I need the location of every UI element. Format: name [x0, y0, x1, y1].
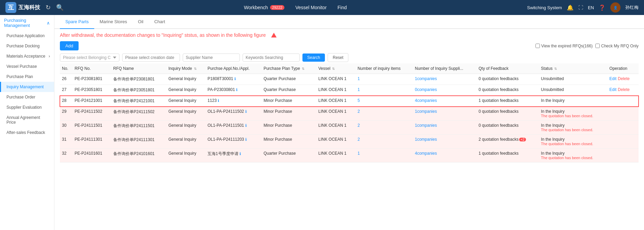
check-my-rfq-checkbox-label[interactable]: Check My RFQ Only [595, 44, 639, 48]
cell-inquiry-suppliers[interactable]: 4companies [413, 149, 477, 163]
sidebar-item-purchase-docking[interactable]: Purchase Docking [0, 41, 54, 51]
col-inquiry-mode[interactable]: Inquiry Mode ⇅ [166, 63, 205, 74]
cell-plan-type: Quarter Purchase [262, 85, 316, 96]
cell-inquiry-suppliers[interactable]: 1companies [413, 135, 477, 149]
check-my-rfq-checkbox[interactable] [595, 44, 600, 48]
cell-rfq-no: PE-P24111301 [72, 135, 111, 149]
cell-qty-feedback: 2 quotation feedbacks+2 [477, 135, 539, 149]
delete-link[interactable]: Delete [618, 76, 630, 81]
cell-no: 29 [60, 107, 72, 121]
cell-appl-no: OL1-PA-P24111203 ℹ [205, 135, 262, 149]
sidebar-section-purchasing[interactable]: Purchasing Management ∧ [0, 15, 54, 31]
cell-inquiry-suppliers[interactable]: 4companies [413, 96, 477, 107]
keywords-filter[interactable] [243, 53, 300, 62]
belonging-filter[interactable]: Please select Belonging C [60, 53, 119, 62]
supplier-filter[interactable] [183, 53, 240, 62]
tab-oil[interactable]: Oil [133, 15, 149, 29]
status-sort-icon: ⇅ [554, 67, 557, 71]
workbench-label: Workbench [244, 5, 268, 10]
workbench-nav-item[interactable]: Workbench 29222 [244, 5, 284, 10]
sidebar-item-purchase-plan[interactable]: Purchase Plan [0, 72, 54, 82]
edit-link[interactable]: Edit [609, 87, 616, 92]
cell-inquiry-mode: General Inquiry [166, 121, 205, 135]
tab-spare-parts[interactable]: Spare Parts [60, 15, 94, 29]
cell-inquiry-items: 2 [356, 121, 413, 135]
sidebar-item-purchase-application[interactable]: Purchase Application [0, 31, 54, 41]
cell-rfq-name: 备件询价单P23051801 [111, 85, 166, 96]
table-row: 31PE-P24111301备件询价单P24111301General Inqu… [60, 135, 639, 149]
sidebar-item-materials-acceptance[interactable]: Materials Acceptance › [0, 51, 54, 61]
info-icon[interactable]: ℹ [240, 152, 241, 156]
sidebar-item-supplier-evaluation[interactable]: Supplier Evaluation [0, 102, 54, 112]
cell-inquiry-suppliers[interactable]: 1companies [413, 74, 477, 85]
view-expired-checkbox-label[interactable]: View the expired RFQs(166) [535, 44, 593, 48]
cell-inquiry-mode: General Inquiry [166, 85, 205, 96]
col-vessel[interactable]: Vessel ⇅ [316, 63, 356, 74]
cell-inquiry-suppliers[interactable]: 1companies [413, 121, 477, 135]
cell-inquiry-suppliers[interactable]: 1companies [413, 107, 477, 121]
tab-chart[interactable]: Chart [149, 15, 170, 29]
cell-rfq-name: 备件询价单P24111501 [111, 121, 166, 135]
cell-rfq-name: 备件询价单P24111301 [111, 135, 166, 149]
cell-appl-no: PA-P23030801 ℹ [205, 85, 262, 96]
cell-qty-feedback: 0 quotation feedbacks [477, 85, 539, 96]
col-plan-type[interactable]: Purchase Plan Type ⇅ [262, 63, 316, 74]
inquiry-mode-sort-icon: ⇅ [194, 67, 197, 71]
sidebar-item-inquiry-management[interactable]: Inquiry Management [0, 82, 54, 92]
cell-inquiry-items: 1 [356, 74, 413, 85]
cell-status: Unsubmitted [539, 85, 607, 96]
sidebar-item-vessel-purchase[interactable]: Vessel Purchase [0, 61, 54, 72]
cell-appl-no: P1808T30001 ℹ [205, 74, 262, 85]
cell-operation [607, 121, 639, 135]
cell-status: In the InquiryThe quotation has been clo… [539, 107, 607, 121]
cell-operation [607, 135, 639, 149]
vessel-monitor-link[interactable]: Vessel Monitor [295, 5, 327, 10]
search-button[interactable]: Search [302, 53, 325, 62]
col-qty-feedback: Qty of Feedback [477, 63, 539, 74]
nav-icon-search[interactable]: 🔍 [56, 4, 64, 11]
info-icon[interactable]: ℹ [245, 109, 247, 113]
switching-system-button[interactable]: Switching System [527, 5, 562, 10]
sidebar-item-annual-agreement-price[interactable]: Annual Agreement Price [0, 112, 54, 127]
info-icon[interactable]: ℹ [245, 137, 247, 141]
workbench-badge: 29222 [270, 5, 285, 10]
table-row: 32PE-P24101601备件询价单P24101601General Inqu… [60, 149, 639, 163]
warning-banner: After withdrawal, the documentation chan… [54, 29, 644, 39]
sidebar-item-aftersales-feedback[interactable]: After-sales Feedback [0, 127, 54, 138]
info-icon[interactable]: ℹ [245, 123, 247, 127]
cell-rfq-no: PE-P24111501 [72, 121, 111, 135]
cell-qty-feedback: 0 quotation feedbacks [477, 74, 539, 85]
reset-button[interactable]: Reset [328, 53, 348, 62]
table-row: 28PE-P24121001备件询价单P24121001General Inqu… [60, 96, 639, 107]
find-link[interactable]: Find [337, 5, 347, 10]
info-icon[interactable]: ℹ [236, 88, 237, 92]
sidebar-item-purchase-order[interactable]: Purchase Order [0, 92, 54, 102]
logo: 互 互海科技 [5, 2, 40, 13]
info-icon[interactable]: ℹ [234, 77, 236, 81]
avatar-image: 👤 [613, 6, 617, 10]
tab-marine-stores[interactable]: Marine Stores [94, 15, 133, 29]
col-status[interactable]: Status ⇅ [539, 63, 607, 74]
cell-no: 28 [60, 96, 72, 107]
sidebar-collapse-icon: ∧ [47, 20, 50, 26]
sidebar: Purchasing Management ∧ Purchase Applica… [0, 15, 54, 230]
help-icon[interactable]: ❓ [599, 4, 606, 11]
edit-link[interactable]: Edit [609, 76, 616, 81]
bell-icon[interactable]: 🔔 [567, 4, 574, 11]
view-expired-checkbox[interactable] [535, 44, 540, 48]
user-avatar[interactable]: 👤 [610, 2, 621, 13]
lang-button[interactable]: EN [588, 5, 594, 10]
cell-inquiry-suppliers[interactable]: 0companies [413, 85, 477, 96]
cell-vessel: LINK OCEAN 1 [316, 121, 356, 135]
cell-inquiry-mode: General Inquiry [166, 149, 205, 163]
add-button[interactable]: Add [60, 41, 79, 50]
col-inquiry-suppliers: Number of Inquiry Suppli... [413, 63, 477, 74]
info-icon[interactable]: ℹ [218, 98, 219, 103]
vessel-sort-icon: ⇅ [332, 67, 335, 71]
date-filter[interactable] [122, 53, 180, 62]
cell-qty-feedback: 1 quotation feedbacks [477, 149, 539, 163]
nav-icon-refresh[interactable]: ↻ [46, 4, 51, 11]
fullscreen-icon[interactable]: ⛶ [578, 5, 583, 10]
delete-link[interactable]: Delete [618, 87, 630, 92]
cell-inquiry-items: 1 [356, 85, 413, 96]
